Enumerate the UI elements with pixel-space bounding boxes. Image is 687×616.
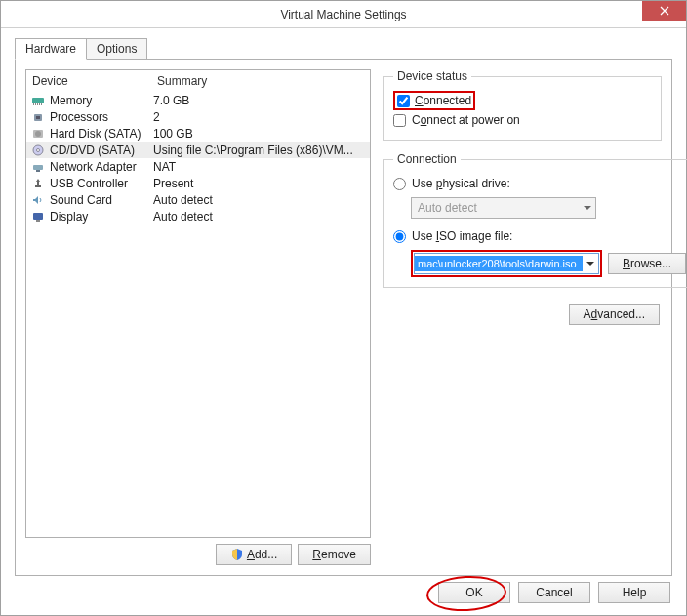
device-name: Memory bbox=[50, 94, 153, 107]
cd-icon bbox=[30, 144, 46, 157]
device-status-legend: Device status bbox=[393, 69, 471, 83]
display-icon bbox=[30, 210, 46, 224]
browse-label: Browse... bbox=[623, 257, 671, 270]
physical-label: Use physical drive: bbox=[412, 177, 510, 190]
device-name: Sound Card bbox=[50, 193, 153, 207]
hdd-icon bbox=[30, 127, 46, 141]
shield-icon bbox=[230, 548, 244, 561]
iso-label: Use ISO image file: bbox=[412, 229, 512, 243]
device-name: Display bbox=[50, 210, 153, 224]
cancel-button[interactable]: Cancel bbox=[518, 582, 590, 603]
svg-rect-3 bbox=[37, 103, 38, 105]
titlebar: Virtual Machine Settings bbox=[1, 1, 686, 28]
advanced-label: Advanced... bbox=[584, 308, 645, 321]
iso-highlight: mac\unlocker208\tools\darwin.iso bbox=[411, 250, 602, 277]
svg-rect-13 bbox=[36, 170, 40, 172]
svg-rect-0 bbox=[32, 98, 44, 103]
device-summary: NAT bbox=[153, 160, 366, 174]
physical-drive-value: Auto detect bbox=[418, 201, 477, 215]
device-summary: Auto detect bbox=[153, 193, 366, 207]
cpu-icon bbox=[30, 110, 46, 124]
device-name: Hard Disk (SATA) bbox=[50, 127, 153, 141]
connect-poweron-label: Connect at power on bbox=[412, 113, 520, 127]
chevron-down-icon bbox=[584, 206, 591, 210]
window-title: Virtual Machine Settings bbox=[1, 8, 686, 21]
svg-rect-5 bbox=[41, 103, 42, 105]
svg-rect-2 bbox=[35, 103, 36, 105]
connect-poweron-checkbox[interactable] bbox=[393, 114, 406, 127]
net-icon bbox=[30, 160, 46, 174]
content-area: Hardware Options Device Summary Memory7.… bbox=[1, 28, 686, 586]
iso-path-combo[interactable]: mac\unlocker208\tools\darwin.iso bbox=[414, 253, 599, 274]
svg-point-9 bbox=[35, 131, 41, 137]
device-row[interactable]: DisplayAuto detect bbox=[26, 208, 370, 225]
connection-group: Connection Use physical drive: Auto dete… bbox=[383, 152, 687, 288]
device-row[interactable]: Processors2 bbox=[26, 108, 370, 125]
hardware-panel: Device Summary Memory7.0 GBProcessors2Ha… bbox=[15, 59, 672, 576]
dialog-buttons: OK Cancel Help bbox=[438, 582, 670, 603]
device-row[interactable]: Network AdapterNAT bbox=[26, 158, 370, 175]
header-summary: Summary bbox=[157, 74, 364, 88]
device-summary: Auto detect bbox=[153, 210, 366, 224]
tabstrip: Hardware Options bbox=[15, 38, 672, 60]
connection-legend: Connection bbox=[393, 152, 461, 166]
device-summary: Using file C:\Program Files (x86)\VM... bbox=[153, 144, 366, 157]
settings-window: Virtual Machine Settings Hardware Option… bbox=[0, 0, 687, 616]
sound-icon bbox=[30, 193, 46, 207]
close-button[interactable] bbox=[642, 1, 686, 21]
header-device: Device bbox=[32, 74, 157, 88]
device-summary: 100 GB bbox=[153, 127, 366, 141]
device-name: Processors bbox=[50, 110, 153, 124]
device-row[interactable]: Hard Disk (SATA)100 GB bbox=[26, 125, 370, 142]
device-summary: 2 bbox=[153, 110, 366, 124]
browse-button[interactable]: Browse... bbox=[608, 253, 686, 274]
ok-button[interactable]: OK bbox=[438, 582, 510, 603]
device-name: USB Controller bbox=[50, 177, 153, 190]
connected-highlight: Connected bbox=[393, 91, 475, 110]
svg-point-11 bbox=[37, 148, 40, 151]
svg-rect-12 bbox=[33, 165, 43, 170]
connected-checkbox[interactable] bbox=[397, 95, 410, 107]
device-name: CD/DVD (SATA) bbox=[50, 144, 153, 157]
tab-hardware[interactable]: Hardware bbox=[15, 38, 87, 60]
svg-rect-7 bbox=[36, 116, 40, 119]
left-column: Device Summary Memory7.0 GBProcessors2Ha… bbox=[25, 69, 371, 565]
device-summary: Present bbox=[153, 177, 366, 190]
device-buttons: Add... Remove bbox=[25, 544, 371, 565]
device-summary: 7.0 GB bbox=[153, 94, 366, 107]
connected-label: Connected bbox=[415, 94, 471, 107]
svg-rect-1 bbox=[33, 103, 34, 105]
right-column: Device status Connected Connect at power… bbox=[383, 69, 662, 565]
device-row[interactable]: Memory7.0 GB bbox=[26, 92, 370, 108]
iso-path-value: mac\unlocker208\tools\darwin.iso bbox=[415, 256, 583, 271]
close-icon bbox=[660, 6, 669, 16]
device-row[interactable]: Sound CardAuto detect bbox=[26, 191, 370, 208]
tab-options[interactable]: Options bbox=[86, 38, 147, 60]
iso-radio[interactable] bbox=[393, 230, 406, 243]
add-button[interactable]: Add... bbox=[216, 544, 292, 565]
remove-label: Remove bbox=[312, 548, 356, 561]
memory-icon bbox=[30, 94, 46, 107]
device-row[interactable]: USB ControllerPresent bbox=[26, 175, 370, 191]
svg-rect-14 bbox=[33, 213, 43, 220]
device-row[interactable]: CD/DVD (SATA)Using file C:\Program Files… bbox=[26, 142, 370, 158]
device-name: Network Adapter bbox=[50, 160, 153, 174]
help-button[interactable]: Help bbox=[598, 582, 670, 603]
device-list-header: Device Summary bbox=[26, 70, 370, 92]
add-label: Add... bbox=[247, 548, 277, 561]
physical-radio[interactable] bbox=[393, 178, 406, 190]
physical-drive-combo: Auto detect bbox=[411, 197, 596, 219]
device-list[interactable]: Device Summary Memory7.0 GBProcessors2Ha… bbox=[25, 69, 371, 538]
svg-rect-4 bbox=[39, 103, 40, 105]
advanced-button[interactable]: Advanced... bbox=[569, 304, 660, 325]
svg-rect-15 bbox=[36, 220, 40, 222]
remove-button[interactable]: Remove bbox=[298, 544, 371, 565]
device-status-group: Device status Connected Connect at power… bbox=[383, 69, 662, 141]
chevron-down-icon bbox=[583, 254, 598, 273]
usb-icon bbox=[30, 177, 46, 190]
